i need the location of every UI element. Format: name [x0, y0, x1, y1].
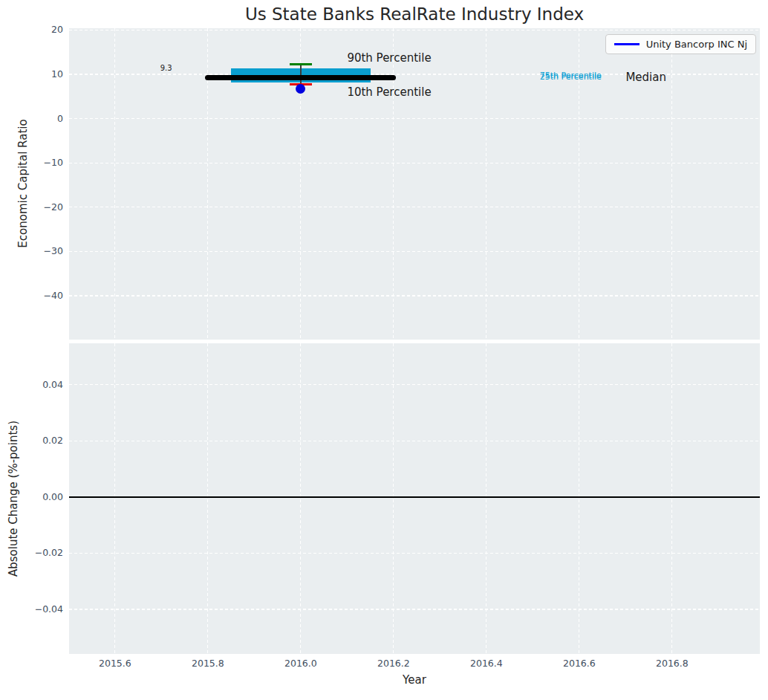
y-tick-label: 20 [0, 25, 63, 35]
gridline-horizontal [69, 441, 760, 441]
y-tick-label: −0.02 [0, 548, 63, 558]
legend-line-sample [614, 43, 640, 45]
y-tick-label: −30 [0, 247, 63, 256]
gridline-vertical [671, 343, 672, 654]
y-tick-label: 0.00 [0, 493, 63, 502]
gridline-vertical [486, 28, 486, 340]
annotation-9-3: 9.3 [160, 65, 172, 72]
gridline-horizontal [69, 553, 760, 554]
gridline-vertical [671, 28, 672, 340]
gridline-vertical [486, 343, 486, 654]
gridline-vertical [393, 343, 394, 654]
x-tick-label: 2015.8 [192, 659, 224, 669]
gridline-horizontal [69, 118, 760, 119]
plot-area-absolute-change [69, 343, 760, 654]
median-line [205, 75, 396, 80]
y-tick-label: −40 [0, 291, 63, 301]
gridline-vertical [300, 343, 301, 654]
gridline-horizontal [69, 251, 760, 252]
legend-label: Unity Bancorp INC Nj [646, 39, 747, 50]
y-tick-label: −20 [0, 203, 63, 213]
annotation-10th-percentile: 10th Percentile [347, 86, 431, 97]
chart-title: Us State Banks RealRate Industry Index [69, 4, 760, 24]
gridline-horizontal [69, 30, 760, 30]
zero-reference-line [69, 496, 760, 498]
legend: Unity Bancorp INC Nj [605, 34, 756, 54]
y-tick-label: 0.02 [0, 436, 63, 446]
gridline-horizontal [69, 295, 760, 296]
x-tick-label: 2016.4 [470, 659, 503, 669]
gridline-vertical [579, 343, 579, 654]
x-tick-label: 2016.8 [656, 659, 689, 669]
y-tick-label: −0.04 [0, 605, 63, 615]
gridline-vertical [114, 343, 115, 654]
x-tick-label: 2016.6 [563, 659, 596, 669]
x-tick-label: 2016.0 [284, 659, 317, 669]
gridline-vertical [207, 343, 208, 654]
annotation-median: Median [625, 72, 666, 83]
p90-cap [290, 63, 312, 65]
x-tick-label: 2015.6 [99, 659, 131, 669]
y-tick-label: 0.04 [0, 380, 63, 390]
gridline-horizontal [69, 163, 760, 163]
annotation-25th-percentile: 25th Percentile [540, 72, 602, 80]
annotation-90th-percentile: 90th Percentile [347, 52, 431, 63]
y-axis-label-economic-capital-ratio: Economic Capital Ratio [16, 119, 30, 247]
y-tick-label: 0 [0, 114, 63, 123]
y-tick-label: 10 [0, 70, 63, 80]
x-axis-label-year: Year [69, 673, 760, 687]
gridline-horizontal [69, 207, 760, 207]
gridline-horizontal [69, 384, 760, 385]
x-tick-label: 2016.2 [377, 659, 410, 669]
gridline-vertical [114, 28, 115, 340]
chart-figure: Us State Banks RealRate Industry Index E… [0, 0, 768, 700]
gridline-horizontal [69, 609, 760, 609]
y-tick-label: −10 [0, 158, 63, 168]
